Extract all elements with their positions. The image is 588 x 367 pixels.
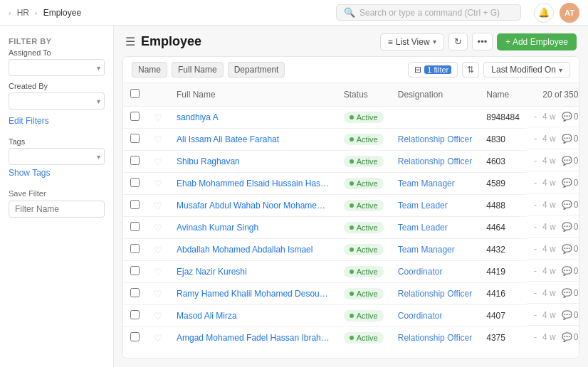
row-checkbox-cell[interactable] xyxy=(123,173,147,195)
row-checkbox-cell[interactable] xyxy=(123,151,147,173)
filter-name-input[interactable] xyxy=(9,201,105,218)
status-dot xyxy=(350,181,354,186)
refresh-button[interactable]: ↻ xyxy=(448,33,468,50)
time-value: 4 w xyxy=(542,332,556,342)
comment-cell: 💬 0 xyxy=(562,178,579,188)
row-checkbox-cell[interactable] xyxy=(123,327,147,349)
row-checkbox-cell[interactable] xyxy=(123,129,147,151)
favorite-cell[interactable]: ♡ xyxy=(147,305,169,327)
status-cell: Active xyxy=(337,173,391,195)
add-employee-button[interactable]: + Add Employee xyxy=(497,33,577,50)
favorite-cell[interactable]: ♡ xyxy=(147,283,169,305)
row-checkbox[interactable] xyxy=(130,266,140,275)
table-row: ♡ Ehab Mohammed Elsaid Hussain Has… Acti… xyxy=(123,173,579,195)
notification-button[interactable]: 🔔 xyxy=(534,3,554,23)
meta-cell: - 4 w 💬 0 xyxy=(527,195,579,216)
row-checkbox[interactable] xyxy=(130,178,140,187)
fullname-cell: Ejaz Nazir Kureshi xyxy=(169,261,337,283)
created-by-label: Created By xyxy=(9,82,105,90)
row-checkbox-cell[interactable] xyxy=(123,305,147,327)
col-fullname: Full Name xyxy=(169,83,337,107)
designation-cell xyxy=(391,107,480,129)
last-modified-button[interactable]: Last Modified On ▾ xyxy=(483,62,570,78)
fullname-column-pill[interactable]: Full Name xyxy=(172,62,224,78)
favorite-icon[interactable]: ♡ xyxy=(154,311,162,321)
row-checkbox[interactable] xyxy=(130,244,140,253)
time-value: 4 w xyxy=(542,222,556,232)
favorite-cell[interactable]: ♡ xyxy=(147,261,169,283)
favorite-icon[interactable]: ♡ xyxy=(154,156,162,167)
fullname-cell: Ali Issam Ali Batee Farahat xyxy=(169,129,337,151)
favorite-icon[interactable]: ♡ xyxy=(154,267,162,277)
time-value: 4 w xyxy=(542,266,556,276)
favorite-cell[interactable]: ♡ xyxy=(147,173,169,195)
avatar[interactable]: AT xyxy=(560,3,579,23)
fullname-cell: Masod Ali Mirza xyxy=(169,305,337,327)
assigned-to-select[interactable] xyxy=(9,59,105,76)
row-checkbox[interactable] xyxy=(130,134,140,143)
favorite-icon[interactable]: ♡ xyxy=(154,134,162,145)
breadcrumb-employee: Employee xyxy=(43,8,81,18)
fullname-cell: sandhiya A xyxy=(169,107,337,129)
topbar-icons: 🔔 AT xyxy=(534,3,579,23)
list-view-button[interactable]: ≡ List View ▾ xyxy=(380,33,444,50)
favorite-cell[interactable]: ♡ xyxy=(147,217,169,239)
created-by-select[interactable] xyxy=(9,92,105,110)
breadcrumb-hr[interactable]: HR xyxy=(17,8,29,18)
favorite-cell[interactable]: ♡ xyxy=(147,195,169,217)
comment-icon: 💬 xyxy=(562,134,572,144)
row-checkbox-cell[interactable] xyxy=(123,239,147,261)
favorite-cell[interactable]: ♡ xyxy=(147,107,169,129)
dash: - xyxy=(534,156,537,166)
filter-button[interactable]: ⊟ 1 filter xyxy=(408,62,458,78)
sort-button[interactable]: ⇅ xyxy=(462,62,479,78)
row-checkbox-cell[interactable] xyxy=(123,261,147,283)
main-layout: Filter By Assigned To Created By Edit Fi… xyxy=(0,26,588,367)
more-options-button[interactable]: ••• xyxy=(472,33,493,50)
comment-count: 0 xyxy=(574,222,579,232)
favorite-cell[interactable]: ♡ xyxy=(147,129,169,151)
edit-filters-link[interactable]: Edit Filters xyxy=(9,116,49,126)
select-all-checkbox[interactable] xyxy=(130,89,140,98)
tags-select[interactable] xyxy=(9,148,105,165)
time-value: 4 w xyxy=(542,244,556,254)
favorite-icon[interactable]: ♡ xyxy=(154,223,162,233)
row-checkbox-cell[interactable] xyxy=(123,107,147,129)
row-checkbox[interactable] xyxy=(130,332,140,341)
favorite-icon[interactable]: ♡ xyxy=(154,245,162,255)
menu-icon[interactable]: ☰ xyxy=(125,35,135,48)
table-row: ♡ Ramy Hamed Khalil Mohamed Desou… Activ… xyxy=(123,283,579,305)
row-checkbox[interactable] xyxy=(130,222,140,231)
fullname-cell: Ehab Mohammed Elsaid Hussain Has… xyxy=(169,173,337,195)
name-cell: 4375 xyxy=(479,327,527,349)
favorite-cell[interactable]: ♡ xyxy=(147,239,169,261)
row-checkbox-cell[interactable] xyxy=(123,195,147,217)
favorite-icon[interactable]: ♡ xyxy=(154,289,162,299)
row-checkbox-cell[interactable] xyxy=(123,283,147,305)
show-tags-link[interactable]: Show Tags xyxy=(9,168,105,178)
favorite-icon[interactable]: ♡ xyxy=(154,201,162,211)
status-badge: Active xyxy=(344,266,384,277)
row-checkbox[interactable] xyxy=(130,112,140,121)
row-checkbox[interactable] xyxy=(130,156,140,165)
time-value: 4 w xyxy=(542,134,556,144)
name-cell: 4416 xyxy=(479,283,527,305)
status-dot xyxy=(350,225,354,230)
row-checkbox[interactable] xyxy=(130,310,140,319)
dash: - xyxy=(534,222,537,232)
favorite-icon[interactable]: ♡ xyxy=(154,333,162,344)
name-column-pill[interactable]: Name xyxy=(132,62,167,78)
select-all-col[interactable] xyxy=(123,83,147,107)
global-search[interactable]: 🔍 Search or type a command (Ctrl + G) xyxy=(336,4,521,21)
department-column-pill[interactable]: Department xyxy=(228,62,285,78)
favorite-icon[interactable]: ♡ xyxy=(154,179,162,189)
name-cell: 4589 xyxy=(479,173,527,195)
comment-count: 0 xyxy=(574,200,579,210)
favorite-cell[interactable]: ♡ xyxy=(147,327,169,349)
row-checkbox-cell[interactable] xyxy=(123,217,147,239)
name-cell: 4464 xyxy=(479,217,527,239)
favorite-cell[interactable]: ♡ xyxy=(147,151,169,173)
favorite-icon[interactable]: ♡ xyxy=(154,112,162,123)
row-checkbox[interactable] xyxy=(130,200,140,209)
row-checkbox[interactable] xyxy=(130,288,140,297)
